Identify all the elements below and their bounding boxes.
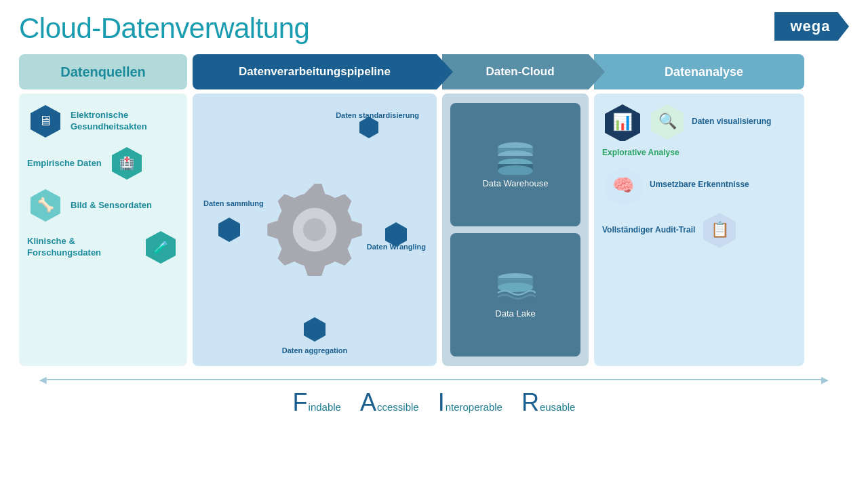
section-pipeline-header: Datenverarbeitungspipeline (193, 54, 437, 89)
warehouse-icon (495, 141, 536, 175)
hex-icon-klinisch: 🧪 (142, 229, 179, 266)
fair-letter-f: F (293, 390, 308, 415)
hex-erkenntnisse: 🧠 (602, 165, 644, 205)
source-item-empirisch: Empirische Daten 🏥 (27, 145, 179, 182)
lake-icon (495, 271, 536, 305)
fair-letter-i: I (438, 390, 445, 415)
hex-visualisierung-2: 🔍 (648, 103, 686, 141)
label-aggregation: Daten aggregation (282, 346, 348, 355)
fair-findable: F indable (293, 390, 341, 415)
source-label-ega: Elektronische Gesundheitsakten (71, 110, 179, 133)
svg-text:🧠: 🧠 (612, 174, 635, 196)
logo: wega (774, 12, 849, 41)
hex-icon-bild: 🦴 (27, 187, 64, 224)
svg-text:📋: 📋 (711, 220, 730, 239)
header: Cloud-Datenverwaltung wega (19, 12, 849, 45)
ana-item-visualisierung: 📊 🔍 Daten visualisierung (602, 103, 796, 141)
ana-item-audit: Vollständiger Audit-Trail 📋 (602, 211, 796, 249)
hex-visualisierung: 📊 (602, 103, 643, 141)
ana-label-explorative: Explorative Analyse (602, 148, 679, 159)
svg-text:🦴: 🦴 (37, 197, 54, 213)
ana-label-audit: Vollständiger Audit-Trail (602, 225, 695, 236)
section-analyse-body: 📊 🔍 Daten visualisierung Explorative Ana… (594, 94, 804, 366)
svg-marker-13 (304, 317, 326, 342)
main-flow: Datenquellen 🖥 Elektronische Gesundheits… (19, 54, 849, 366)
warehouse-label: Data Warehouse (482, 178, 548, 188)
main-page: Cloud-Datenverwaltung wega Datenquellen … (0, 0, 868, 488)
hex-aggregation (301, 316, 328, 343)
ana-item-explorative: Explorative Analyse (602, 148, 796, 159)
section-cloud-body: Data Warehouse (442, 94, 589, 366)
svg-text:🏥: 🏥 (119, 156, 135, 171)
source-label-klinisch: Klinische & Forschungsdaten (27, 236, 136, 259)
fair-words: F indable A ccessible I nteroperable R e… (293, 390, 576, 415)
section-cloud: Daten-Cloud (442, 54, 589, 366)
svg-point-9 (303, 218, 326, 241)
section-analyse-header: Datenanalyse (594, 54, 804, 89)
hex-sammlung (216, 216, 243, 243)
pipeline-area: Daten standardisierung Daten sammlung Da… (201, 103, 429, 357)
svg-text:🔍: 🔍 (658, 112, 677, 130)
ana-label-erkenntnisse: Umsetzbare Erkenntnisse (650, 180, 749, 190)
fair-arrow-row: ◀ ▶ (19, 374, 849, 385)
cloud-lake: Data Lake (450, 233, 580, 357)
section-pipeline: Datenverarbeitungspipeline (193, 54, 437, 366)
gear-icon (257, 172, 372, 287)
svg-marker-11 (218, 218, 240, 242)
cloud-boxes: Data Warehouse (450, 103, 580, 357)
fair-rest-reusable: eusable (540, 401, 576, 413)
fair-letter-a: A (360, 390, 376, 415)
source-item-ega: 🖥 Elektronische Gesundheitsakten (27, 103, 179, 140)
section-cloud-header: Daten-Cloud (442, 54, 589, 89)
section-datenquellen-header: Datenquellen (19, 54, 187, 89)
source-label-bild: Bild & Sensordaten (71, 200, 152, 211)
ana-label-visualisierung: Daten visualisierung (692, 117, 771, 127)
fair-accessible: A ccessible (360, 390, 419, 415)
label-standardisierung: Daten standardisierung (336, 111, 419, 120)
source-item-bild: 🦴 Bild & Sensordaten (27, 187, 179, 224)
fair-rest-accessible: ccessible (377, 401, 419, 413)
hex-icon-ega: 🖥 (27, 103, 64, 140)
fair-letter-r: R (521, 390, 539, 415)
source-label-empirisch: Empirische Daten (27, 158, 102, 169)
source-item-klinisch: Klinische & Forschungsdaten 🧪 (27, 229, 179, 266)
hex-audit: 📋 (701, 211, 738, 249)
cloud-warehouse: Data Warehouse (450, 103, 580, 226)
fair-rest-interoperable: nteroperable (446, 401, 502, 413)
fair-reusable: R eusable (521, 390, 576, 415)
fair-section: ◀ ▶ F indable A ccessible I nteroperable… (19, 374, 849, 415)
svg-text:🖥: 🖥 (39, 113, 52, 128)
hex-icon-empirisch: 🏥 (108, 145, 145, 182)
fair-interoperable: I nteroperable (438, 390, 502, 415)
lake-label: Data Lake (495, 308, 535, 319)
section-datenquellen: Datenquellen 🖥 Elektronische Gesundheits… (19, 54, 187, 366)
svg-text:🧪: 🧪 (153, 240, 169, 255)
fair-rest-findable: indable (309, 401, 341, 413)
label-wrangling: Daten Wrangling (367, 243, 426, 251)
arrow-left-icon: ◀ (39, 374, 47, 385)
arrow-right-icon: ▶ (821, 374, 829, 385)
svg-text:📊: 📊 (612, 112, 633, 131)
page-title: Cloud-Datenverwaltung (19, 12, 309, 45)
section-datenquellen-body: 🖥 Elektronische Gesundheitsakten Empiris… (19, 94, 187, 366)
fair-line (47, 379, 821, 380)
section-pipeline-body: Daten standardisierung Daten sammlung Da… (193, 94, 437, 366)
ana-item-erkenntnisse: 🧠 Umsetzbare Erkenntnisse (602, 165, 796, 205)
label-sammlung: Daten sammlung (203, 199, 264, 208)
section-analyse: Datenanalyse 📊 🔍 Daten visualisierung (594, 54, 804, 366)
